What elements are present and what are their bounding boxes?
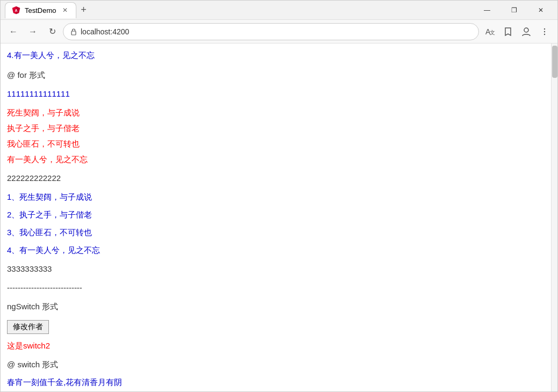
new-tab-button[interactable]: + [76, 3, 91, 18]
modify-author-button[interactable]: 修改作者 [7, 320, 49, 334]
for-label: @ for 形式 [7, 68, 545, 82]
close-button[interactable]: ✕ [528, 2, 553, 18]
tab-title: TestDemo [25, 6, 56, 14]
address-bar[interactable]: localhost:4200 [63, 23, 479, 40]
svg-point-6 [524, 28, 528, 32]
scrollbar[interactable] [551, 43, 557, 391]
svg-point-9 [544, 33, 545, 34]
poem-line-1: 死生契阔，与子成说 [7, 105, 545, 120]
line-poem-header: 4.有一美人兮，见之不忘 [7, 48, 545, 62]
svg-point-8 [544, 31, 545, 32]
poem-line-4: 有一美人兮，见之不忘 [7, 152, 545, 166]
nav-right-buttons: A 文 [481, 23, 553, 40]
lock-icon [70, 28, 77, 35]
numbered-poem-4: 4、有一美人兮，见之不忘 [7, 243, 545, 257]
restore-button[interactable]: ❐ [502, 2, 526, 18]
content-area: 4.有一美人兮，见之不忘 @ for 形式 11111111111111 死生契… [1, 43, 557, 391]
translate-icon[interactable]: A 文 [481, 23, 498, 40]
profile-icon[interactable] [518, 23, 535, 40]
reload-button[interactable]: ↻ [44, 23, 61, 40]
tab-favicon-icon: A [12, 6, 20, 14]
divider-line: ---------------------------- [7, 280, 545, 295]
numbered-poem-3: 3、我心匪石，不可转也 [7, 225, 545, 239]
poem-line-2: 执子之手，与子偕老 [7, 121, 545, 135]
svg-point-7 [544, 28, 545, 29]
bookmark-icon[interactable] [499, 23, 517, 40]
tab-area: A TestDemo ✕ + [5, 2, 475, 18]
minimize-button[interactable]: — [475, 2, 499, 18]
active-tab[interactable]: A TestDemo ✕ [5, 2, 76, 18]
page-content: 4.有一美人兮，见之不忘 @ for 形式 11111111111111 死生契… [1, 43, 551, 391]
url-display: localhost:4200 [81, 27, 129, 36]
window-controls: — ❐ ✕ [475, 2, 553, 18]
threes-line: 3333333333 [7, 262, 545, 276]
twos-line: 222222222222 [7, 171, 545, 185]
switch2-text: 这是switch2 [7, 338, 545, 353]
menu-icon[interactable] [536, 23, 553, 40]
svg-text:A: A [15, 9, 17, 12]
title-bar: A TestDemo ✕ + — ❐ ✕ [1, 1, 557, 20]
ones-line: 11111111111111 [7, 86, 545, 101]
browser-window: A TestDemo ✕ + — ❐ ✕ ← → ↻ localhost:420… [0, 0, 558, 392]
at-switch-label: @ switch 形式 [7, 357, 545, 372]
tab-close-button[interactable]: ✕ [61, 6, 69, 14]
scrollbar-thumb[interactable] [552, 46, 557, 78]
back-button[interactable]: ← [5, 23, 22, 40]
forward-button[interactable]: → [24, 23, 41, 40]
svg-rect-3 [71, 31, 76, 35]
numbered-poem-1: 1、死生契阔，与子成说 [7, 190, 545, 204]
svg-text:文: 文 [490, 30, 495, 35]
ng-switch-label: ngSwitch 形式 [7, 299, 545, 314]
nav-bar: ← → ↻ localhost:4200 A 文 [1, 20, 557, 43]
poem-line-3: 我心匪石，不可转也 [7, 136, 545, 151]
poem-last-line: 春宵一刻值千金,花有清香月有阴 [7, 375, 545, 389]
numbered-poem-2: 2、执子之手，与子偕老 [7, 207, 545, 222]
